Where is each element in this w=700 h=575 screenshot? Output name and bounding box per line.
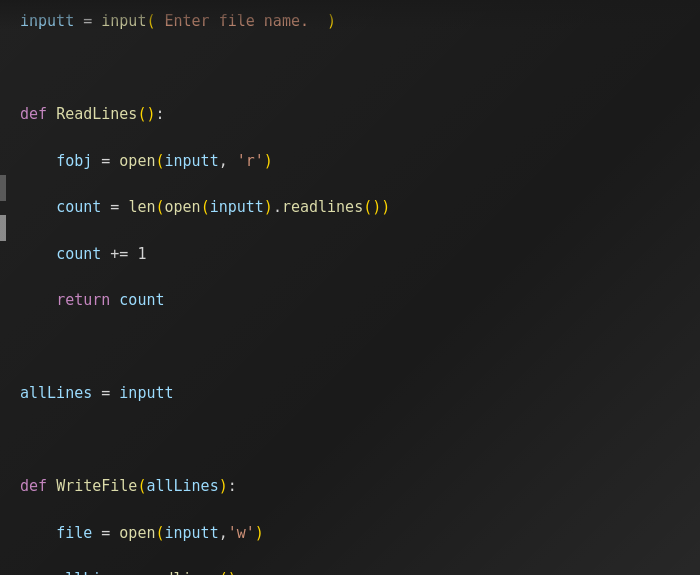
line-alllines: allLines = inputt	[20, 382, 700, 405]
left-marker-2	[0, 215, 6, 241]
line-def-writefile: def WriteFile(allLines):	[20, 475, 700, 498]
line-blank-3	[20, 429, 700, 452]
line-alllines-read: allLines.readlines()	[20, 568, 700, 575]
line-count-assign: count = len(open(inputt).readlines())	[20, 196, 700, 219]
line-blank-2	[20, 336, 700, 359]
left-marker-1	[0, 175, 6, 201]
line-file-open: file = open(inputt,'w')	[20, 522, 700, 545]
line-fobj: fobj = open(inputt, 'r')	[20, 150, 700, 173]
line-blank-1	[20, 57, 700, 80]
code-editor: inputt = input( Enter file name. ) def R…	[0, 0, 700, 575]
line-count-inc: count += 1	[20, 243, 700, 266]
code-block: inputt = input( Enter file name. ) def R…	[20, 10, 700, 575]
line-return: return count	[20, 289, 700, 312]
line-def-readlines: def ReadLines():	[20, 103, 700, 126]
